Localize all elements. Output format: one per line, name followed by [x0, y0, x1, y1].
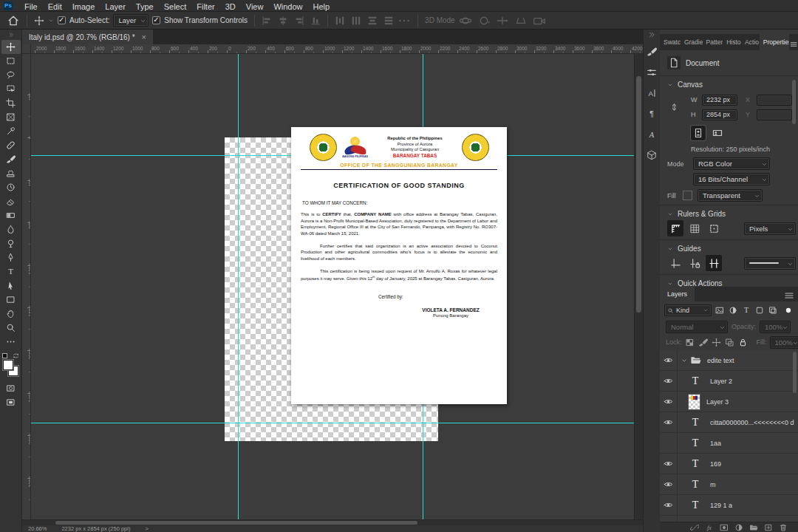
- canvas-viewport[interactable]: BAGONG PILIPINAS Republic of the Philipp…: [31, 54, 634, 519]
- quick-actions-section-header[interactable]: Quick Actions: [660, 275, 798, 287]
- menu-item-image[interactable]: Image: [67, 2, 100, 11]
- fill-dropdown[interactable]: Transparent: [698, 189, 763, 202]
- align-bottom-icon[interactable]: [310, 16, 321, 26]
- foreground-color-swatch[interactable]: [3, 360, 13, 370]
- lock-sqinsq-icon[interactable]: [725, 338, 734, 347]
- trash-icon[interactable]: [779, 523, 788, 532]
- layer-row[interactable]: Tm: [660, 474, 798, 495]
- lock-move-icon[interactable]: [712, 338, 721, 347]
- layer-visibility-toggle[interactable]: [660, 412, 678, 433]
- default-colors-icon[interactable]: [2, 353, 7, 358]
- ruler-vertical[interactable]: 4000400800120016002000240028003200: [22, 54, 31, 519]
- snap-button[interactable]: [706, 220, 722, 236]
- status-chevron-icon[interactable]: >: [145, 525, 148, 532]
- distribute-4-icon[interactable]: [383, 16, 394, 26]
- dock-glyphs-button[interactable]: A: [644, 126, 660, 143]
- layers-scrollbar[interactable]: [793, 352, 797, 520]
- layer-visibility-toggle[interactable]: [660, 474, 678, 495]
- rulers-grids-section-header[interactable]: Rulers & Grids: [660, 205, 798, 220]
- screen-mode-button[interactable]: [1, 395, 21, 409]
- document-tab[interactable]: Italy id.psd @ 20.7% (RGB/16) * ×: [22, 30, 153, 44]
- 3d-roll-icon[interactable]: [477, 14, 491, 27]
- zoom-level-field[interactable]: 20.66%: [28, 525, 47, 532]
- tool-dodge[interactable]: [1, 236, 21, 250]
- tool-object-selection[interactable]: [1, 82, 21, 96]
- auto-select-checkbox[interactable]: [58, 16, 66, 24]
- filter-smartobj-icon[interactable]: [767, 304, 779, 316]
- dock-mixer-button[interactable]: [644, 64, 660, 81]
- vertical-scrollbar[interactable]: [634, 54, 643, 519]
- panel-tab-patter[interactable]: Patter: [703, 34, 723, 50]
- tool-move[interactable]: [1, 40, 21, 54]
- menu-item-window[interactable]: Window: [268, 2, 307, 11]
- align-center-h-icon[interactable]: [278, 16, 288, 26]
- filter-type-icon[interactable]: T: [740, 304, 752, 316]
- link-icon[interactable]: [690, 523, 699, 532]
- panel-menu-icon[interactable]: [789, 38, 798, 50]
- tool-crop[interactable]: [1, 96, 21, 110]
- panel-tab-actio[interactable]: Actio: [741, 34, 760, 50]
- layer-row[interactable]: TLayer 2: [660, 371, 798, 392]
- width-input[interactable]: 2232 px: [702, 95, 737, 106]
- 3d-pan-icon[interactable]: [496, 14, 509, 27]
- lock-lock-icon[interactable]: [738, 338, 748, 347]
- dock-para-button[interactable]: ¶: [644, 105, 660, 123]
- layers-scrollbar-thumb[interactable]: [793, 352, 797, 393]
- layer-row[interactable]: Tcitta0000000...<<<<<<<<0 d: [660, 412, 798, 433]
- panel-menu-icon[interactable]: [783, 290, 795, 301]
- horizontal-scrollbar[interactable]: [22, 519, 643, 525]
- filter-adj-icon[interactable]: [727, 304, 739, 316]
- tool-hand[interactable]: [1, 307, 21, 321]
- guidelock-button[interactable]: [686, 255, 703, 271]
- ruler-units-dropdown[interactable]: Pixels: [744, 222, 796, 235]
- tool-blur[interactable]: [1, 222, 21, 236]
- layer-row[interactable]: T169: [660, 454, 798, 474]
- tool-rectangle[interactable]: [1, 293, 21, 307]
- menu-item-edit[interactable]: Edit: [43, 2, 67, 11]
- tool-path-selection[interactable]: [1, 279, 21, 293]
- landscape-orientation-icon[interactable]: [710, 126, 725, 140]
- tool-zoom[interactable]: [1, 321, 21, 335]
- folder-icon[interactable]: [749, 523, 758, 532]
- vertical-scrollbar-thumb[interactable]: [636, 76, 641, 313]
- more-tools-button[interactable]: [1, 335, 21, 349]
- 3d-orbit-icon[interactable]: [459, 14, 472, 27]
- link-dimensions-icon[interactable]: [669, 98, 679, 117]
- panel-tab-histo[interactable]: Histo: [723, 34, 741, 50]
- current-tool-icon[interactable]: [34, 16, 44, 26]
- tool-frame[interactable]: [1, 110, 21, 124]
- portrait-orientation-icon[interactable]: [691, 126, 706, 140]
- tool-eyedropper[interactable]: [1, 124, 21, 138]
- smartguides-button[interactable]: [706, 255, 722, 271]
- menu-item-type[interactable]: Type: [131, 2, 159, 11]
- horizontal-scrollbar-thumb[interactable]: [55, 521, 417, 525]
- layer-visibility-toggle[interactable]: [660, 350, 678, 371]
- layer-visibility-toggle[interactable]: [660, 516, 678, 522]
- rulercorner-button[interactable]: [667, 220, 683, 236]
- guide-vertical[interactable]: [238, 54, 239, 519]
- menu-item-layer[interactable]: Layer: [100, 2, 131, 11]
- properties-scrollbar-thumb[interactable]: [792, 80, 796, 124]
- dock-charpanel-button[interactable]: A: [644, 84, 660, 102]
- toolbar-collapse-button[interactable]: [0, 30, 22, 40]
- quick-mask-button[interactable]: [1, 381, 21, 395]
- panel-tab-properties[interactable]: Properties: [760, 34, 789, 50]
- bit-depth-dropdown[interactable]: 16 Bits/Channel: [693, 173, 770, 185]
- menu-item-3d[interactable]: 3D: [220, 2, 241, 11]
- mask-icon[interactable]: [720, 523, 729, 532]
- layer-row[interactable]: Layer 3: [660, 392, 798, 412]
- panel-tab-swatc[interactable]: Swatc: [660, 34, 681, 50]
- menu-item-view[interactable]: View: [241, 2, 269, 11]
- lock-checker-icon[interactable]: [685, 338, 695, 347]
- app-logo-icon[interactable]: Ps: [4, 1, 13, 10]
- distribute-1-icon[interactable]: [335, 16, 345, 26]
- filter-pic-icon[interactable]: [714, 304, 726, 316]
- tool-lasso[interactable]: [1, 68, 21, 82]
- align-left-icon[interactable]: [262, 16, 272, 26]
- ruler-corner[interactable]: [22, 44, 31, 54]
- kind-filter-dropdown[interactable]: Kind: [664, 304, 712, 316]
- menu-item-help[interactable]: Help: [308, 2, 335, 11]
- menu-item-select[interactable]: Select: [159, 2, 192, 11]
- more-options-icon[interactable]: [398, 14, 411, 27]
- properties-scrollbar[interactable]: [792, 80, 797, 183]
